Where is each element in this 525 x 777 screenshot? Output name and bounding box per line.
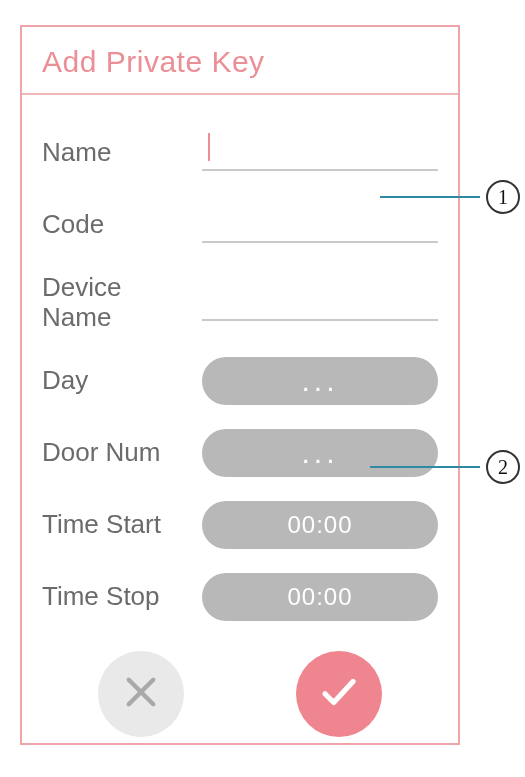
label-door-num: Door Num [42, 438, 202, 468]
label-device-name: Device Name [42, 273, 202, 333]
device-name-input[interactable] [202, 285, 438, 321]
time-start-selector[interactable]: 00:00 [202, 501, 438, 549]
time-stop-value: 00:00 [287, 583, 352, 611]
row-code: Code [42, 201, 438, 249]
callout-number-2: 2 [486, 450, 520, 484]
label-name: Name [42, 138, 202, 168]
row-day: Day ... [42, 357, 438, 405]
label-time-start: Time Start [42, 510, 202, 540]
code-input[interactable] [202, 207, 438, 243]
door-num-selector[interactable]: ... [202, 429, 438, 477]
confirm-button[interactable] [296, 651, 382, 737]
label-time-stop: Time Stop [42, 582, 202, 612]
row-door-num: Door Num ... [42, 429, 438, 477]
row-name: Name [42, 129, 438, 177]
label-code: Code [42, 210, 202, 240]
dialog-actions [22, 621, 458, 737]
ellipsis-icon: ... [301, 448, 338, 458]
cancel-button[interactable] [98, 651, 184, 737]
dialog-title: Add Private Key [22, 27, 458, 95]
row-device-name: Device Name [42, 273, 438, 333]
close-icon [120, 671, 162, 717]
time-stop-selector[interactable]: 00:00 [202, 573, 438, 621]
check-icon [318, 671, 360, 717]
row-time-stop: Time Stop 00:00 [42, 573, 438, 621]
row-time-start: Time Start 00:00 [42, 501, 438, 549]
day-selector[interactable]: ... [202, 357, 438, 405]
add-private-key-dialog: Add Private Key Name Code Device Name [20, 25, 460, 745]
label-day: Day [42, 366, 202, 396]
name-input[interactable] [202, 135, 438, 171]
screenshot-stage: Add Private Key Name Code Device Name [0, 0, 525, 777]
form: Name Code Device Name Day ... [22, 95, 458, 621]
time-start-value: 00:00 [287, 511, 352, 539]
ellipsis-icon: ... [301, 376, 338, 386]
callout-number-1: 1 [486, 180, 520, 214]
text-cursor [208, 133, 210, 161]
